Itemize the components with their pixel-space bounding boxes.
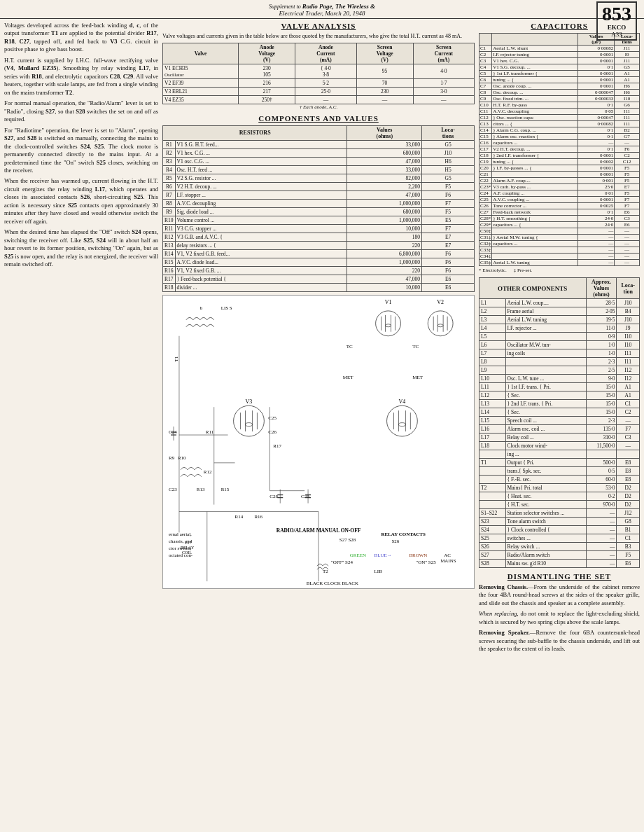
table-row: C28*} H.T. smoothing {24·0C3 <box>479 216 640 222</box>
valve-analysis-title: VALVE ANALYSIS <box>162 22 475 30</box>
other-comp-title: OTHER COMPONENTS <box>479 278 587 299</box>
table-row: C25A.V.C. coupling ...0·0001F7 <box>479 197 640 203</box>
table-row: L7 ing coils1·0I11 <box>479 349 640 358</box>
table-row: C19 tuning ... {0·0002C12 <box>479 159 640 165</box>
valve-analysis-section: VALVE ANALYSIS Valve voltages and curren… <box>162 22 475 110</box>
dismantling-para-2: When replacing, do not omit to replace t… <box>479 610 640 626</box>
table-row: T2Mains{ Pri. total53·0D2 <box>479 484 640 492</box>
table-row: L50·9I10 <box>479 333 640 341</box>
resistors-values-col: Values(ohms) <box>347 125 422 140</box>
other-components-table: OTHER COMPONENTS Approx.Values(ohms) Loc… <box>479 277 640 568</box>
left-para-1: Voltages developed across the feed-back … <box>4 22 158 54</box>
table-row: C20} I.F. by-passes ... {0·0001F5 <box>479 165 640 172</box>
table-row: { Heat. sec.0·2D2 <box>479 492 640 501</box>
table-row: R1V1 S.G. H.T. feed...33,000G5 <box>163 140 475 148</box>
svg-text:MET: MET <box>343 375 354 380</box>
main-layout: Voltages developed across the feed-back … <box>0 19 644 659</box>
table-row: R17} Feed-back potential {47,000E6 <box>163 275 475 283</box>
svg-text:T2: T2 <box>323 569 328 574</box>
table-row: C23*V3 cath. by-pass ...25·0E7 <box>479 184 640 190</box>
table-row: C2I.F. rejector tuning0·0001I9 <box>479 52 640 58</box>
svg-text:BLACK    CLOCK    BLACK: BLACK CLOCK BLACK <box>307 581 358 586</box>
svg-text:L17: L17 <box>185 541 192 545</box>
svg-text:R11: R11 <box>206 429 214 435</box>
table-row: C22Alarm A.F. coup....0·001F5 <box>479 178 640 184</box>
svg-text:RELAY CONTACTS: RELAY CONTACTS <box>382 532 426 537</box>
table-row: S25 switches ...—C1 <box>479 534 640 543</box>
svg-text:BLUE→: BLUE→ <box>374 553 392 558</box>
left-column: Voltages developed across the feed-back … <box>4 22 158 656</box>
components-section: COMPONENTS AND VALUES RESISTORS Values(o… <box>162 114 475 292</box>
svg-text:"OFF"  S24: "OFF" S24 <box>331 560 354 565</box>
table-row: R18 divider ...10,000E6 <box>163 283 475 291</box>
table-row: S1–S22Station selector switches ...—J12 <box>479 509 640 518</box>
svg-text:C29: C29 <box>301 493 309 499</box>
table-row: R3V1 osc. C.G. ...47,000H6 <box>163 157 475 165</box>
table-row: V3 EBL21 217 25·0 230 3·0 <box>163 87 475 95</box>
table-row: C9Osc. fixed trim. ...0·000033I10 <box>479 96 640 102</box>
svg-text:R15: R15 <box>221 486 230 492</box>
svg-text:C23: C23 <box>169 486 177 492</box>
left-para-4: For "Radiotime" operation, the lever is … <box>4 127 158 175</box>
header-title-line2: Electrical Trader, March 20, 1948 <box>7 10 637 17</box>
svg-text:MAINS: MAINS <box>440 558 456 564</box>
table-row: C27Feed-back network0·1E6 <box>479 209 640 216</box>
table-row: L92·5I12 <box>479 366 640 375</box>
svg-text:GREEN: GREEN <box>350 553 366 558</box>
svg-text:AC: AC <box>444 553 451 558</box>
svg-text:R13: R13 <box>197 486 205 492</box>
table-row: L10Osc. L.W. tune ...9·0I12 <box>479 375 640 383</box>
capacitors-table: Values(μF) Loca-tions C1Aerial L.W. shun… <box>479 33 640 266</box>
table-row: R4Osc. H.T. feed ...33,000H5 <box>163 165 475 174</box>
dismantling-para-3: Removing Speaker.—Remove the four 6BA co… <box>479 629 640 653</box>
table-row: S28Mains sw. g'd R10—E6 <box>479 560 640 568</box>
table-row: L16Alarm osc. coil ...135·0F7 <box>479 425 640 434</box>
table-row: C34‡—— <box>479 254 640 260</box>
table-row: C35‡Aerial L.W. tuning—— <box>479 260 640 266</box>
svg-text:ernal aerial,: ernal aerial, <box>169 532 192 537</box>
dismantling-title: DISMANTLING THE SET <box>479 572 640 581</box>
resistors-label: RESISTORS <box>163 125 347 140</box>
table-row: C10H.T. R.F. by-pass0·1G6 <box>479 102 640 109</box>
svg-text:S26: S26 <box>392 539 400 544</box>
svg-text:V1: V1 <box>385 299 392 305</box>
table-row: { F.-B. sec.60·0E8 <box>479 476 640 484</box>
table-row: T1Output { Pri.500·0E8 <box>479 459 640 467</box>
table-row: C32‡ capacitors ...—— <box>479 241 640 247</box>
table-row: C24A.F. coupling ...0·01F5 <box>479 190 640 197</box>
page-model: A33 <box>602 31 631 38</box>
table-row: C1Aerial L.W. shunt0·00082J11 <box>479 46 640 52</box>
table-row: L15Speech coil ...2·3— <box>479 417 640 425</box>
table-row: V1 ECH35Oscillator 230105 { 4·03·8 95 4·… <box>163 64 475 78</box>
dismantling-section: DISMANTLING THE SET Removing Chassis.—Fr… <box>479 572 640 653</box>
table-row: R9Sig. diode load ...680,000F5 <box>163 207 475 216</box>
svg-text:b: b <box>200 305 203 311</box>
page-brand: EKCO <box>602 24 631 31</box>
table-row: S26Relay switch ...—B3 <box>479 543 640 551</box>
valve-col-anode-ma: AnodeCurrent(mA) <box>295 43 356 64</box>
svg-text:BROWN: BROWN <box>409 553 427 558</box>
table-row: L17Relay coil ...310·0C3 <box>479 434 640 442</box>
svg-text:LIB: LIB <box>374 569 383 574</box>
table-row: C13 citors ... {0·00082I11 <box>479 121 640 127</box>
svg-text:TC: TC <box>346 343 353 349</box>
table-row: R14V1, V2 fixed G.B. feed...6,800,000F6 <box>163 249 475 258</box>
table-row: L18Clock motor wind-11,500·0— <box>479 442 640 450</box>
table-row: C18} 2nd I.F. transformer {0·0001C2 <box>479 153 640 159</box>
table-row: S23Tone alarm switch—G8 <box>479 518 640 526</box>
table-row: C33‡—— <box>479 247 640 254</box>
valve-col-anode-v: AnodeVoltage(V) <box>239 43 295 64</box>
table-row: L14 { Sec.15·0C2 <box>479 408 640 417</box>
resistors-table: RESISTORS Values(ohms) Loca-tions R1V1 S… <box>162 125 475 292</box>
table-row: C7Osc. anode coup. ...0·0001H6 <box>479 83 640 90</box>
table-row: C5} 1st I.F. transformer {0·0001A1 <box>479 71 640 77</box>
table-row: S24} Clock controlled {—B1 <box>479 526 640 534</box>
table-row: C26Tone corrector ...0·0025F7 <box>479 203 640 209</box>
svg-text:LIS S: LIS S <box>221 305 232 311</box>
right-column: CAPACITORS Values(μF) Loca-tions C1Aeria… <box>479 22 640 656</box>
table-row: R8A.V.C. decoupling1,000,000F7 <box>163 199 475 207</box>
svg-text:R16: R16 <box>254 514 262 520</box>
svg-text:RELAY: RELAY <box>181 546 195 550</box>
page-header: Supplement to Radio Page, The Wireless &… <box>0 0 644 19</box>
left-para-6: When the desired time has elapsed the "O… <box>4 228 158 268</box>
